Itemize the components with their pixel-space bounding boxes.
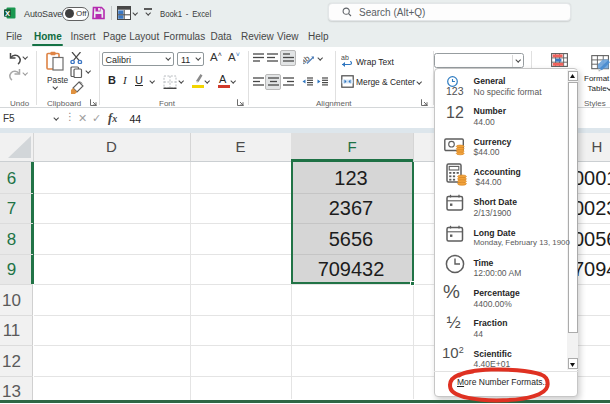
svg-text:X: X <box>5 9 10 18</box>
svg-text:ab: ab <box>341 54 349 61</box>
